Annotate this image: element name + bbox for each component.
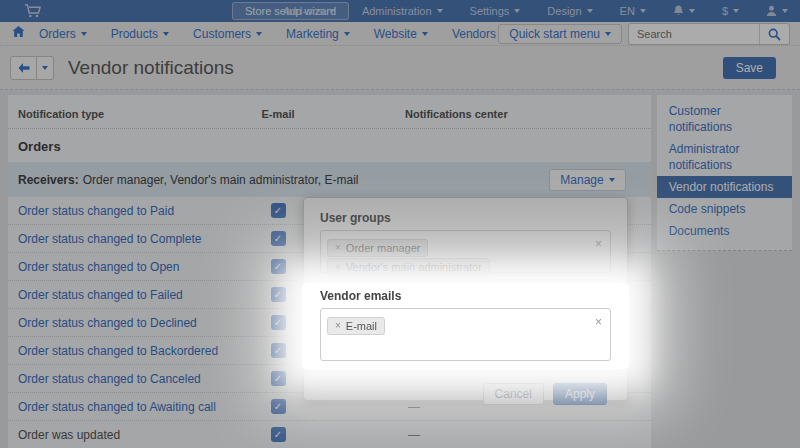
email-checkbox[interactable]: ✓ xyxy=(271,287,286,302)
table-header-row: Notification type E-mail Notifications c… xyxy=(8,95,651,129)
col-notifications-center: Notifications center xyxy=(318,108,651,120)
sidebar-item-code-snippets[interactable]: Code snippets xyxy=(657,198,792,220)
chevron-down-icon xyxy=(733,9,739,13)
notification-label: Order was updated xyxy=(8,428,238,442)
vendor-emails-label: Vendor emails xyxy=(320,289,611,303)
tag-order-manager[interactable]: × Order manager xyxy=(327,239,428,257)
chevron-down-icon xyxy=(689,9,695,13)
chevron-down-icon xyxy=(256,32,262,36)
remove-tag-icon[interactable]: × xyxy=(335,320,341,331)
chevron-down-icon xyxy=(422,32,428,36)
receivers-row: Receivers: Order manager, Vendor's main … xyxy=(8,162,651,197)
receivers-value: Order manager, Vendor's main administrat… xyxy=(83,173,359,187)
chevron-down-icon xyxy=(163,32,169,36)
user-icon xyxy=(766,5,777,17)
notification-link[interactable]: Order status changed to Open xyxy=(8,260,238,274)
user-groups-tagbox[interactable]: × Order manager × Vendor's main administ… xyxy=(320,230,611,273)
menu-design[interactable]: Design xyxy=(547,5,592,17)
notification-link[interactable]: Order status changed to Complete xyxy=(8,232,238,246)
email-checkbox[interactable]: ✓ xyxy=(271,343,286,358)
menu-settings[interactable]: Settings xyxy=(470,5,521,17)
manage-button[interactable]: Manage xyxy=(549,169,625,191)
quick-start-menu-button[interactable]: Quick start menu xyxy=(498,24,622,44)
chevron-down-icon xyxy=(344,32,350,36)
col-email: E-mail xyxy=(238,108,318,120)
notifications-menu[interactable] xyxy=(673,5,695,17)
remove-tag-icon[interactable]: × xyxy=(335,262,341,273)
notification-link[interactable]: Order status changed to Canceled xyxy=(8,372,238,386)
page-header: Vendor notifications Save xyxy=(0,46,800,90)
notification-link[interactable]: Order status changed to Backordered xyxy=(8,344,238,358)
notifications-center-value: — xyxy=(318,428,651,442)
nav-customers[interactable]: Customers xyxy=(193,27,262,41)
apply-button[interactable]: Apply xyxy=(553,383,607,405)
page-body: Notification type E-mail Notifications c… xyxy=(0,90,800,448)
notifications-sidebar: Customer notifications Administrator not… xyxy=(657,95,792,251)
account-menu[interactable] xyxy=(766,5,788,17)
back-button-group xyxy=(10,56,54,80)
chevron-down-icon xyxy=(42,66,48,70)
back-dropdown-button[interactable] xyxy=(37,56,54,80)
col-notification-type: Notification type xyxy=(8,108,238,120)
chevron-down-icon xyxy=(782,9,788,13)
search-input[interactable] xyxy=(629,24,759,44)
home-icon[interactable] xyxy=(12,26,25,41)
receivers-label: Receivers: xyxy=(18,173,79,187)
nav-marketing[interactable]: Marketing xyxy=(286,27,350,41)
back-button[interactable] xyxy=(10,56,37,80)
notification-link[interactable]: Order status changed to Paid xyxy=(8,204,238,218)
chevron-down-icon xyxy=(437,9,443,13)
nav-products[interactable]: Products xyxy=(111,27,169,41)
menu-administration[interactable]: Administration xyxy=(362,5,443,17)
nav-items: Orders Products Customers Marketing Webs… xyxy=(39,27,507,41)
email-checkbox[interactable]: ✓ xyxy=(271,399,286,414)
user-groups-label: User groups xyxy=(320,211,611,225)
top-menu-group: Add-ons Administration Settings Design E… xyxy=(283,0,788,22)
admin-screen: Store setup wizard Add-ons Administratio… xyxy=(0,0,800,448)
remove-tag-icon[interactable]: × xyxy=(335,242,341,253)
cancel-button[interactable]: Cancel xyxy=(483,383,544,405)
page-title: Vendor notifications xyxy=(68,57,234,79)
menu-addons[interactable]: Add-ons xyxy=(283,5,335,17)
clear-all-icon[interactable]: × xyxy=(595,315,602,329)
notification-link[interactable]: Order status changed to Failed xyxy=(8,288,238,302)
chevron-down-icon xyxy=(587,9,593,13)
email-checkbox[interactable]: ✓ xyxy=(271,371,286,386)
email-checkbox[interactable]: ✓ xyxy=(271,259,286,274)
menu-language[interactable]: EN xyxy=(620,5,646,17)
chevron-down-icon xyxy=(640,9,646,13)
main-nav-bar: Orders Products Customers Marketing Webs… xyxy=(0,22,800,46)
tag-email[interactable]: × E-mail xyxy=(327,317,385,335)
cart-icon[interactable] xyxy=(24,4,42,20)
tag-vendors-main-administrator[interactable]: × Vendor's main administrator xyxy=(327,258,490,276)
chevron-down-icon xyxy=(605,32,611,36)
chevron-down-icon xyxy=(329,9,335,13)
email-checkbox[interactable]: ✓ xyxy=(271,231,286,246)
notification-link[interactable]: Order status changed to Declined xyxy=(8,316,238,330)
table-row: Order was updated ✓ — xyxy=(8,421,651,448)
save-button[interactable]: Save xyxy=(723,57,776,79)
currency-menu[interactable]: $ xyxy=(722,5,739,17)
search-box xyxy=(628,23,790,45)
clear-all-icon[interactable]: × xyxy=(595,237,602,251)
sidebar-item-documents[interactable]: Documents xyxy=(657,220,792,242)
vendor-emails-highlight: Vendor emails × E-mail × xyxy=(302,283,629,369)
notification-link[interactable]: Order status changed to Awaiting call xyxy=(8,400,238,414)
chevron-down-icon xyxy=(81,32,87,36)
sidebar-item-administrator-notifications[interactable]: Administrator notifications xyxy=(657,138,792,176)
sidebar-item-customer-notifications[interactable]: Customer notifications xyxy=(657,100,792,138)
vendor-emails-tagbox[interactable]: × E-mail × xyxy=(320,308,611,361)
search-button[interactable] xyxy=(759,24,789,44)
nav-orders[interactable]: Orders xyxy=(39,27,87,41)
nav-website[interactable]: Website xyxy=(374,27,428,41)
manage-receivers-popup: User groups × Order manager × Vendor's m… xyxy=(303,197,628,401)
chevron-down-icon xyxy=(514,9,520,13)
top-bar: Store setup wizard Add-ons Administratio… xyxy=(0,0,800,22)
sidebar-item-vendor-notifications[interactable]: Vendor notifications xyxy=(657,176,792,198)
dollar-icon: $ xyxy=(722,5,728,17)
email-checkbox[interactable]: ✓ xyxy=(271,427,286,442)
bell-icon xyxy=(673,5,684,17)
email-checkbox[interactable]: ✓ xyxy=(271,203,286,218)
search-icon xyxy=(768,28,781,41)
email-checkbox[interactable]: ✓ xyxy=(271,315,286,330)
